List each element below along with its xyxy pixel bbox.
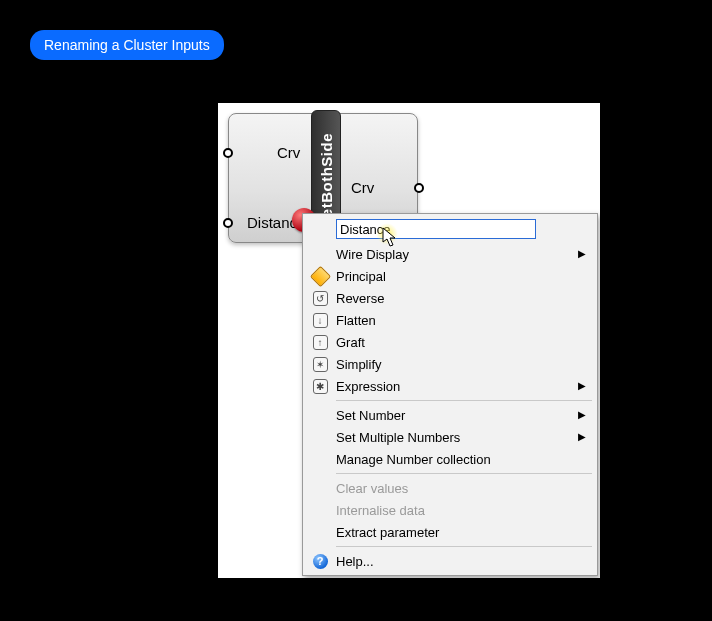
menu-clear-values: Clear values	[306, 477, 594, 499]
principal-icon	[310, 267, 330, 285]
menu-label: Principal	[336, 269, 386, 284]
menu-label: Clear values	[336, 481, 408, 496]
grip-in-distance[interactable]	[223, 218, 233, 228]
menu-label: Extract parameter	[336, 525, 439, 540]
reverse-icon: ↺	[310, 289, 330, 307]
input-port-crv[interactable]: Crv	[277, 144, 300, 161]
output-port-crv[interactable]: Crv	[351, 179, 374, 196]
menu-label: Wire Display	[336, 247, 409, 262]
menu-wire-display[interactable]: Wire Display ▶	[306, 243, 594, 265]
menu-label: Help...	[336, 554, 374, 569]
submenu-arrow-icon: ▶	[578, 409, 586, 420]
menu-label: Set Number	[336, 408, 405, 423]
menu-flatten[interactable]: ↓ Flatten	[306, 309, 594, 331]
menu-label: Graft	[336, 335, 365, 350]
page-title-chip: Renaming a Cluster Inputs	[30, 30, 224, 60]
menu-label: Reverse	[336, 291, 384, 306]
flatten-icon: ↓	[310, 311, 330, 329]
submenu-arrow-icon: ▶	[578, 248, 586, 259]
graft-icon: ↑	[310, 333, 330, 351]
blank-icon	[310, 406, 330, 424]
grasshopper-canvas: setBothSide Crv Distance Crv Wire Displa…	[218, 103, 600, 578]
blank-icon	[310, 428, 330, 446]
menu-manage-number-collection[interactable]: Manage Number collection	[306, 448, 594, 470]
menu-label: Simplify	[336, 357, 382, 372]
grip-in-crv[interactable]	[223, 148, 233, 158]
menu-separator	[336, 473, 592, 474]
submenu-arrow-icon: ▶	[578, 431, 586, 442]
expression-icon: ✱	[310, 377, 330, 395]
simplify-icon: ✶	[310, 355, 330, 373]
blank-icon	[310, 501, 330, 519]
menu-label: Manage Number collection	[336, 452, 491, 467]
blank-icon	[310, 523, 330, 541]
menu-label: Flatten	[336, 313, 376, 328]
menu-set-number[interactable]: Set Number ▶	[306, 404, 594, 426]
context-menu: Wire Display ▶ Principal ↺ Reverse ↓ Fla…	[302, 213, 598, 576]
rename-row	[306, 217, 594, 243]
help-icon: ?	[310, 552, 330, 570]
rename-input[interactable]	[336, 219, 536, 239]
menu-separator	[336, 546, 592, 547]
menu-separator	[336, 400, 592, 401]
menu-graft[interactable]: ↑ Graft	[306, 331, 594, 353]
submenu-arrow-icon: ▶	[578, 380, 586, 391]
blank-icon	[310, 450, 330, 468]
menu-reverse[interactable]: ↺ Reverse	[306, 287, 594, 309]
menu-set-multiple-numbers[interactable]: Set Multiple Numbers ▶	[306, 426, 594, 448]
menu-label: Set Multiple Numbers	[336, 430, 460, 445]
grip-out-crv[interactable]	[414, 183, 424, 193]
menu-label: Expression	[336, 379, 400, 394]
menu-simplify[interactable]: ✶ Simplify	[306, 353, 594, 375]
menu-extract-parameter[interactable]: Extract parameter	[306, 521, 594, 543]
menu-internalise-data: Internalise data	[306, 499, 594, 521]
blank-icon	[310, 245, 330, 263]
blank-icon	[310, 479, 330, 497]
menu-label: Internalise data	[336, 503, 425, 518]
menu-help[interactable]: ? Help...	[306, 550, 594, 572]
menu-principal[interactable]: Principal	[306, 265, 594, 287]
menu-expression[interactable]: ✱ Expression ▶	[306, 375, 594, 397]
